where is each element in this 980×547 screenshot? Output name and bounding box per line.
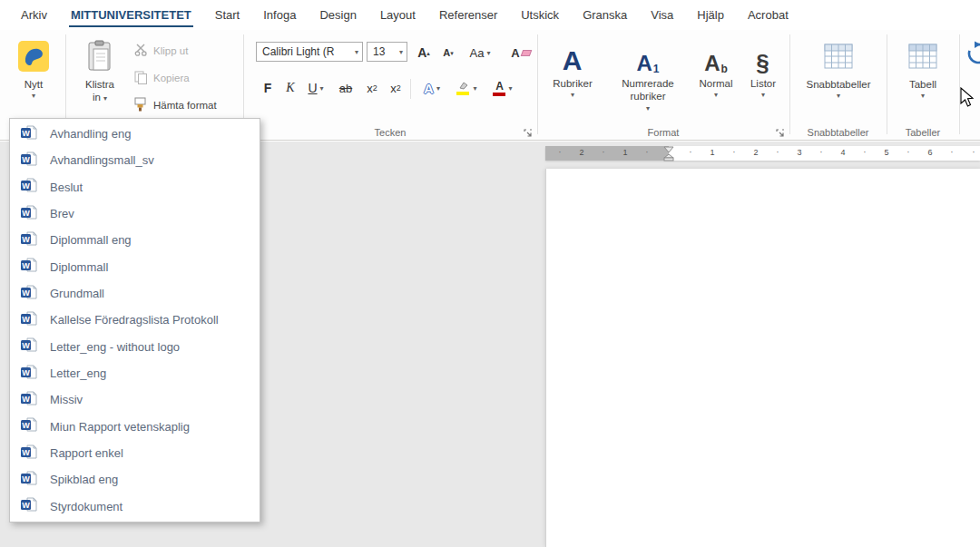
font-group-label: Tecken xyxy=(243,127,537,138)
font-name-combo[interactable]: Calibri Light (R ▾ xyxy=(256,42,363,62)
normal-style-button[interactable]: Ab Normal ▾ xyxy=(693,34,739,128)
chevron-down-icon: ▾ xyxy=(486,49,490,57)
word-file-icon: W xyxy=(21,417,37,435)
highlighter-icon xyxy=(456,81,470,95)
word-letter: W xyxy=(22,368,30,377)
template-item-letter-eng-without-logo[interactable]: W Letter_eng - without logo xyxy=(10,334,260,360)
paste-button[interactable]: Klistra in▾ xyxy=(74,34,125,128)
strikethrough-button[interactable]: ab xyxy=(334,77,358,99)
word-file-icon: W xyxy=(21,151,37,170)
lists-button[interactable]: § Listor ▾ xyxy=(742,34,784,128)
chevron-down-icon: ▾ xyxy=(921,93,925,100)
tab-visa[interactable]: Visa xyxy=(639,0,685,30)
highlight-color-button[interactable]: ▾ xyxy=(450,77,483,99)
document-page[interactable] xyxy=(545,169,980,547)
word-file-icon: W xyxy=(21,337,37,356)
tab-infoga[interactable]: Infoga xyxy=(251,0,308,30)
template-item-brev[interactable]: W Brev xyxy=(10,200,260,227)
font-color-button[interactable]: A ▾ xyxy=(486,77,519,99)
chevron-down-icon: ▾ xyxy=(646,105,650,112)
template-item-rapport-enkel[interactable]: W Rapport enkel xyxy=(10,440,260,466)
nytt-button[interactable]: Nytt ▾ xyxy=(7,34,60,128)
paste-label-in: in xyxy=(93,92,101,103)
word-file-icon: W xyxy=(21,178,37,196)
template-item-diplommall-eng[interactable]: W Diplommall eng xyxy=(10,227,260,253)
template-item-kallelse[interactable]: W Kallelse Föredragslista Protokoll xyxy=(10,307,260,333)
tab-hjalp[interactable]: Hjälp xyxy=(685,0,736,30)
font-dialog-launcher[interactable] xyxy=(523,126,534,137)
quick-tables-button[interactable]: Snabbtabeller ▾ xyxy=(797,34,880,128)
template-name: Kallelse Föredragslista Protokoll xyxy=(50,313,219,327)
clear-formatting-button[interactable]: A xyxy=(508,42,534,63)
shrink-font-button[interactable]: A▾ xyxy=(437,42,459,63)
template-item-missiv[interactable]: W Missiv xyxy=(10,386,260,413)
chevron-down-icon: ▾ xyxy=(571,92,574,99)
chevron-down-icon: ▾ xyxy=(508,84,512,93)
tab-layout[interactable]: Layout xyxy=(368,0,427,30)
ruler-tick: · xyxy=(819,147,822,157)
underline-button[interactable]: U▾ xyxy=(301,77,330,99)
tab-acrobat[interactable]: Acrobat xyxy=(736,0,800,30)
headings-style-icon: A xyxy=(563,38,583,74)
tab-design[interactable]: Design xyxy=(308,0,368,30)
cut-button[interactable]: Klipp ut xyxy=(134,41,188,61)
font-color-swatch xyxy=(493,93,505,96)
tab-granska[interactable]: Granska xyxy=(571,0,639,30)
format-group-label: Format xyxy=(537,127,789,138)
table-button[interactable]: Tabell ▾ xyxy=(894,34,952,128)
format-painter-button[interactable]: Hämta format xyxy=(134,95,217,115)
ruler-number: 1 xyxy=(622,148,627,157)
tab-utskick[interactable]: Utskick xyxy=(509,0,571,30)
tab-mittuniversitetet[interactable]: MITTUNIVERSITETET xyxy=(59,0,203,30)
cut-label: Klipp ut xyxy=(153,45,188,56)
indent-marker[interactable] xyxy=(663,146,674,165)
font-size-combo[interactable]: 13 ▾ xyxy=(367,42,407,62)
bold-button[interactable]: F xyxy=(258,77,278,99)
word-file-icon: W xyxy=(21,258,37,276)
word-file-icon: W xyxy=(21,391,37,409)
numbered-headings-button[interactable]: A1 Numrerade rubriker ▾ xyxy=(606,34,690,128)
ruler-number: 1 xyxy=(710,148,714,157)
template-item-grundmall[interactable]: W Grundmall xyxy=(10,280,260,307)
template-item-styrdokument[interactable]: W Styrdokument xyxy=(10,493,260,520)
ruler-tick: · xyxy=(732,147,735,157)
grow-font-button[interactable]: A▴ xyxy=(412,42,436,63)
ruler-tick: · xyxy=(558,147,561,157)
down-mark-icon: ▾ xyxy=(450,50,454,56)
template-item-diplommall[interactable]: W Diplommall xyxy=(10,254,260,280)
text-effects-button[interactable]: A▾ xyxy=(417,77,446,99)
italic-button[interactable]: K xyxy=(281,77,299,99)
copy-button[interactable]: Kopiera xyxy=(134,68,190,88)
template-item-beslut[interactable]: W Beslut xyxy=(10,174,260,200)
chevron-down-icon: ▾ xyxy=(714,92,718,99)
format-painter-label: Hämta format xyxy=(153,100,217,111)
ribbon-group-quick-tables: Snabbtabeller ▾ Snabbtabeller xyxy=(789,30,887,141)
headings-style-button[interactable]: A Rubriker ▾ xyxy=(544,34,601,128)
template-item-miun-rapport[interactable]: W Miun Rapport vetenskaplig xyxy=(10,414,260,440)
template-item-avhandling-eng[interactable]: W Avhandling eng xyxy=(10,121,260,147)
chevron-down-icon: ▾ xyxy=(351,48,362,56)
tab-start[interactable]: Start xyxy=(203,0,251,30)
ruler-number: 2 xyxy=(579,148,583,157)
template-item-letter-eng[interactable]: W Letter_eng xyxy=(10,360,260,386)
table-label: Tabell xyxy=(909,78,936,91)
superscript-button[interactable]: x2 xyxy=(385,77,407,99)
change-case-button[interactable]: Aa▾ xyxy=(465,42,495,63)
template-name: Missiv xyxy=(50,393,83,406)
horizontal-ruler[interactable]: · 2 · 1 · · 1 · 2 · 3 · 4 · 5 · 6 · · xyxy=(545,146,980,161)
format-dialog-launcher[interactable] xyxy=(775,126,786,137)
word-letter: W xyxy=(22,395,30,404)
clear-formatting-icon: A xyxy=(511,46,519,60)
underline-icon: U xyxy=(308,81,317,95)
table-icon xyxy=(908,37,937,75)
update-fields-icon[interactable] xyxy=(965,41,980,70)
template-item-spikblad-eng[interactable]: W Spikblad eng xyxy=(10,466,260,493)
tab-referenser[interactable]: Referenser xyxy=(427,0,509,30)
tab-arkiv[interactable]: Arkiv xyxy=(9,0,59,30)
eraser-icon xyxy=(520,50,532,56)
subscript-button[interactable]: x2 xyxy=(361,77,383,99)
template-item-avhandlingsmall-sv[interactable]: W Avhandlingsmall_sv xyxy=(10,147,260,173)
group-separator xyxy=(959,34,960,134)
template-name: Spikblad eng xyxy=(50,473,118,486)
ruler-tick: · xyxy=(776,147,779,157)
